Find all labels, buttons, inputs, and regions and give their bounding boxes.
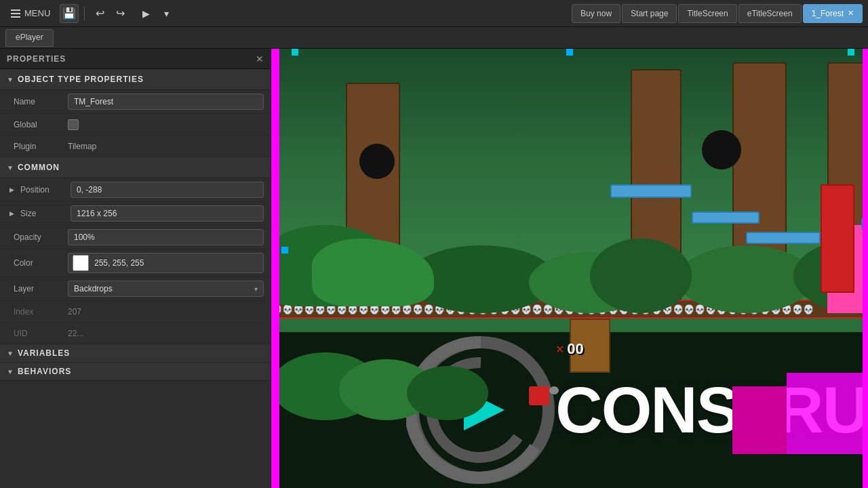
index-label: Index — [14, 307, 68, 317]
pink-bar-left — [271, 49, 279, 488]
undo-button[interactable]: ↩ — [90, 4, 109, 23]
menu-button[interactable]: MENU — [5, 5, 56, 21]
plugin-property-row: Plugin Tilemap — [0, 136, 271, 157]
layer-property-row: Layer Backdrops ▾ — [0, 277, 271, 301]
menu-label: MENU — [24, 8, 50, 18]
uid-value: 22... — [68, 329, 83, 338]
selection-dot-1 — [292, 49, 298, 56]
play-dropdown-icon: ▾ — [164, 8, 169, 19]
behaviors-arrow: ▼ — [7, 368, 14, 375]
main-toolbar: MENU 💾 ↩ ↪ ▶ ▾ Buy now Start page TitleS… — [0, 0, 868, 27]
behaviors-title: BEHAVIORS — [18, 367, 71, 376]
plugin-label: Plugin — [14, 142, 68, 151]
game-scene: 💀💀💀💀💀💀💀💀💀💀💀💀💀💀💀💀💀💀💀💀💀💀💀💀💀💀💀💀💀💀💀💀💀💀💀💀💀💀💀💀… — [271, 49, 868, 488]
panel-header: PROPERTIES ✕ — [0, 49, 271, 69]
save-button[interactable]: 💾 — [60, 4, 79, 23]
lower-enemy — [529, 386, 549, 405]
variables-section-header[interactable]: ▼ VARIABLES — [0, 344, 271, 362]
uid-property-row: UID 22... — [0, 323, 271, 344]
tree-hole-1 — [359, 144, 395, 179]
global-property-row: Global — [0, 114, 271, 136]
color-value-container[interactable]: 255, 255, 255 — [68, 253, 264, 273]
opacity-property-row: Opacity 100% — [0, 226, 271, 249]
lower-pink-block — [787, 373, 868, 454]
index-property-row: Index 207 — [0, 301, 271, 323]
common-section-header[interactable]: ▼ COMMON — [0, 157, 271, 178]
bush-5 — [590, 239, 692, 313]
opacity-label: Opacity — [14, 232, 68, 242]
properties-content[interactable]: ▼ OBJECT TYPE PROPERTIES Name TM_Forest … — [0, 69, 271, 488]
variables-arrow: ▼ — [7, 350, 14, 357]
tab-eplayer[interactable]: ePlayer — [5, 29, 54, 47]
tab-1-forest-label: 1_Forest — [812, 9, 844, 18]
color-property-row: Color 255, 255, 255 — [0, 249, 271, 277]
main-area: PROPERTIES ✕ ▼ OBJECT TYPE PROPERTIES Na… — [0, 49, 868, 488]
layer-dropdown[interactable]: Backdrops ▾ — [68, 281, 264, 297]
panel-close-button[interactable]: ✕ — [256, 54, 264, 64]
platform-2 — [692, 211, 760, 224]
instance-section: Index 207 UID 22... — [0, 301, 271, 344]
name-property-row: Name TM_Forest — [0, 90, 271, 114]
tab-title-screen-label: TitleScreen — [687, 9, 728, 18]
object-type-arrow: ▼ — [7, 76, 14, 83]
tab-title-screen[interactable]: TitleScreen — [678, 4, 736, 23]
common-title: COMMON — [18, 163, 60, 172]
global-label: Global — [14, 120, 68, 129]
play-button[interactable]: ▶ — [136, 4, 155, 23]
hamburger-icon — [11, 9, 20, 18]
object-type-section-header[interactable]: ▼ OBJECT TYPE PROPERTIES — [0, 69, 271, 90]
save-icon: 💾 — [62, 7, 76, 20]
index-value: 207 — [68, 307, 81, 317]
undo-icon: ↩ — [96, 7, 104, 20]
panel-title: PROPERTIES — [7, 54, 66, 64]
color-label: Color — [14, 258, 68, 268]
variables-title: VARIABLES — [18, 348, 70, 358]
tab-buy-now-label: Buy now — [580, 9, 612, 18]
name-label: Name — [14, 97, 68, 106]
size-value[interactable]: 1216 x 256 — [71, 205, 264, 222]
size-expand-arrow: ▶ — [9, 210, 18, 217]
selection-dot-left — [281, 247, 288, 253]
layer-value: Backdrops — [74, 284, 113, 293]
tab-buy-now[interactable]: Buy now — [572, 4, 620, 23]
tab-etitle-screen-label: eTitleScreen — [747, 9, 793, 18]
uid-label: UID — [14, 329, 68, 338]
hud: ✕ 00 — [555, 340, 583, 358]
tree-hole-2 — [702, 130, 741, 169]
tab-start-page[interactable]: Start page — [622, 4, 677, 23]
redo-icon: ↪ — [116, 7, 125, 20]
color-swatch[interactable] — [73, 255, 89, 271]
undo-redo-group: ↩ ↪ — [90, 4, 130, 23]
play-dropdown-button[interactable]: ▾ — [157, 4, 176, 23]
size-label: Size — [20, 209, 68, 218]
hud-lives-icon: ✕ — [555, 343, 564, 356]
layer-label: Layer — [14, 284, 68, 293]
position-label: Position — [20, 185, 68, 195]
global-checkbox[interactable] — [68, 119, 79, 130]
tab-1-forest[interactable]: 1_Forest ✕ — [803, 4, 863, 23]
tab-start-page-label: Start page — [631, 9, 668, 18]
secondary-toolbar: ePlayer — [0, 27, 868, 49]
position-property-row: ▶ Position 0, -288 — [0, 178, 271, 202]
tab-etitle-screen[interactable]: eTitleScreen — [738, 4, 802, 23]
properties-panel: PROPERTIES ✕ ▼ OBJECT TYPE PROPERTIES Na… — [0, 49, 271, 488]
play-group: ▶ ▾ — [136, 4, 176, 23]
lower-enemy-head — [549, 386, 559, 394]
size-property-row: ▶ Size 1216 x 256 — [0, 202, 271, 226]
opacity-value[interactable]: 100% — [68, 229, 264, 245]
name-value[interactable]: TM_Forest — [68, 94, 264, 110]
tab-eplayer-label: ePlayer — [16, 33, 43, 42]
behaviors-section-header[interactable]: ▼ BEHAVIORS — [0, 363, 271, 380]
variables-section: ▼ VARIABLES — [0, 344, 271, 363]
play-icon: ▶ — [142, 8, 150, 19]
plugin-value: Tilemap — [68, 142, 96, 151]
lower-bush-3 — [407, 366, 488, 420]
tab-close-icon[interactable]: ✕ — [848, 9, 854, 18]
platform-1 — [610, 184, 692, 198]
redo-button[interactable]: ↪ — [111, 4, 130, 23]
canvas-area[interactable]: 💀💀💀💀💀💀💀💀💀💀💀💀💀💀💀💀💀💀💀💀💀💀💀💀💀💀💀💀💀💀💀💀💀💀💀💀💀💀💀💀… — [271, 49, 868, 488]
hud-number: 00 — [567, 340, 583, 358]
behaviors-section: ▼ BEHAVIORS — [0, 363, 271, 381]
position-value[interactable]: 0, -288 — [71, 182, 264, 198]
pink-bar-right — [863, 49, 868, 488]
